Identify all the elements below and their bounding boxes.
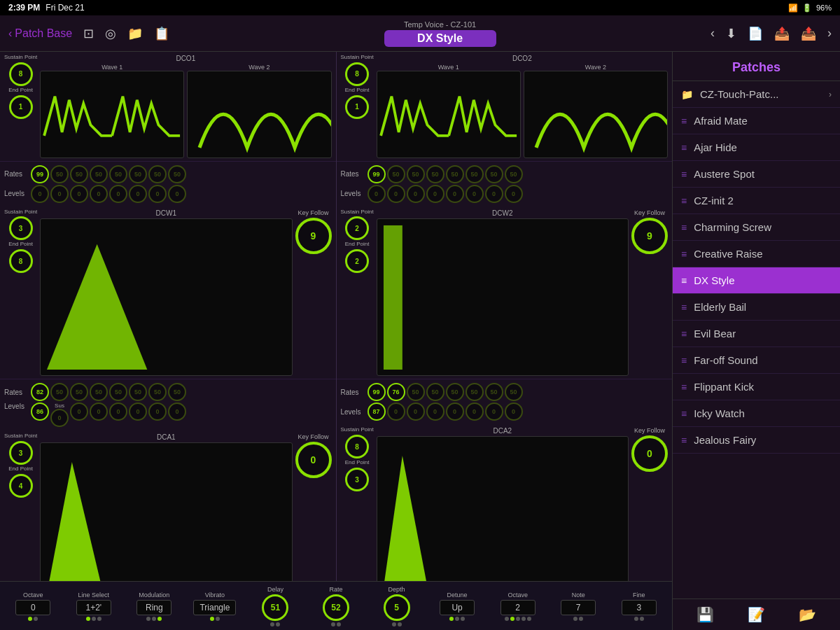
dco1-rate-4[interactable]: 50 xyxy=(109,165,127,183)
nav-download-icon[interactable]: ⬇ xyxy=(726,26,736,41)
dco1-lvl-2[interactable]: 0 xyxy=(70,185,88,203)
dcw1-kf-knob[interactable]: 9 xyxy=(295,218,332,254)
dcw1-rate-1[interactable]: 50 xyxy=(50,383,69,401)
patch-item-icky-watch[interactable]: ≡ Icky Watch xyxy=(673,400,840,427)
save-icon[interactable]: 💾 xyxy=(696,606,714,623)
depth-knob[interactable]: 5 xyxy=(384,594,410,621)
dco1-lvl-3[interactable]: 0 xyxy=(90,185,108,203)
dco2-rate-1[interactable]: 50 xyxy=(387,165,405,183)
dca1-endpoint-knob[interactable]: 4 xyxy=(9,474,33,498)
dco1-lvl-4[interactable]: 0 xyxy=(109,185,127,203)
dco2-rate-3[interactable]: 50 xyxy=(426,165,444,183)
dcw2-rate-1[interactable]: 76 xyxy=(387,383,405,401)
dcw1-rate-2[interactable]: 50 xyxy=(70,383,88,401)
dca1-kf-knob[interactable]: 0 xyxy=(295,442,332,478)
dco2-rate-6[interactable]: 50 xyxy=(485,165,503,183)
dcw1-sustain-knob[interactable]: 3 xyxy=(9,216,33,240)
folder-icon[interactable]: 📁 xyxy=(127,26,143,41)
dcw1-rate-7[interactable]: 50 xyxy=(168,383,186,401)
patches-folder-item[interactable]: 📁 CZ-Touch-Patc... › xyxy=(673,81,840,108)
back-button[interactable]: ‹ Patch Base xyxy=(8,27,72,40)
dca2-kf-knob[interactable]: 0 xyxy=(631,435,668,472)
nav-share2-icon[interactable]: 📤 xyxy=(801,26,816,41)
dco1-lvl-6[interactable]: 0 xyxy=(148,185,167,203)
dcw1-rate-3[interactable]: 50 xyxy=(90,383,108,401)
patch-item-evil-bear[interactable]: ≡ Evil Bear xyxy=(673,321,840,347)
dcw2-lvl-6[interactable]: 0 xyxy=(485,402,503,421)
patch-item-afraid-mate[interactable]: ≡ Afraid Mate xyxy=(673,108,840,134)
dco1-endpoint-knob[interactable]: 1 xyxy=(9,95,33,119)
dcw1-lvl-3[interactable]: 0 xyxy=(90,402,108,421)
dco1-rate-7[interactable]: 50 xyxy=(168,165,186,183)
line-select-value[interactable]: 1+2' xyxy=(76,600,111,615)
patch-item-faroff-sound[interactable]: ≡ Far-off Sound xyxy=(673,347,840,374)
modulation-value[interactable]: Ring xyxy=(136,600,172,615)
dca2-endpoint-knob[interactable]: 3 xyxy=(345,468,369,491)
dco2-lvl-5[interactable]: 0 xyxy=(465,185,484,203)
dco2-lvl-6[interactable]: 0 xyxy=(485,185,503,203)
dco1-lvl-5[interactable]: 0 xyxy=(129,185,147,203)
clock-icon[interactable]: ◎ xyxy=(105,26,116,41)
dco2-rate-5[interactable]: 50 xyxy=(465,165,484,183)
dcw1-lvl-5[interactable]: 0 xyxy=(129,402,147,421)
dcw1-lvl-0[interactable]: 86 xyxy=(31,402,49,421)
dco2-rate-0[interactable]: 99 xyxy=(368,165,386,183)
patch-item-creative-raise[interactable]: ≡ Creative Raise xyxy=(673,241,840,267)
dco1-lvl-1[interactable]: 0 xyxy=(50,185,69,203)
dco2-sustain-knob[interactable]: 8 xyxy=(345,62,369,86)
dco1-rate-0[interactable]: 99 xyxy=(31,165,49,183)
dco2-lvl-0[interactable]: 0 xyxy=(368,185,386,203)
dco2-lvl-4[interactable]: 0 xyxy=(446,185,464,203)
dco1-rate-5[interactable]: 50 xyxy=(129,165,147,183)
dcw1-lvl-6[interactable]: 0 xyxy=(148,402,167,421)
dco2-rate-4[interactable]: 50 xyxy=(446,165,464,183)
dca1-sustain-knob[interactable]: 3 xyxy=(9,441,33,465)
nav-share1-icon[interactable]: 📤 xyxy=(774,26,790,41)
patch-item-jealous-fairy[interactable]: ≡ Jealous Fairy xyxy=(673,427,840,454)
dcw2-lvl-0[interactable]: 87 xyxy=(368,402,386,421)
dcw1-lvl-7[interactable]: 0 xyxy=(168,402,186,421)
patch-item-dx-style[interactable]: ≡ DX Style xyxy=(673,267,840,294)
dco2-lvl-2[interactable]: 0 xyxy=(407,185,425,203)
note-value[interactable]: 7 xyxy=(561,600,596,615)
patch-item-cz-init-2[interactable]: ≡ CZ-init 2 xyxy=(673,188,840,214)
dca2-sustain-knob[interactable]: 8 xyxy=(345,435,369,458)
dcw1-rate-6[interactable]: 50 xyxy=(148,383,167,401)
dcw2-lvl-4[interactable]: 0 xyxy=(446,402,464,421)
dcw2-kf-knob[interactable]: 9 xyxy=(631,218,668,254)
rate-knob[interactable]: 52 xyxy=(323,594,349,621)
dcw2-lvl-7[interactable]: 0 xyxy=(505,402,523,421)
dco1-rate-1[interactable]: 50 xyxy=(50,165,69,183)
octave-value[interactable]: 0 xyxy=(15,600,50,615)
dco2-endpoint-knob[interactable]: 1 xyxy=(345,95,369,119)
nav-arrow-left[interactable]: ‹ xyxy=(710,26,715,41)
dco1-sustain-knob[interactable]: 8 xyxy=(9,62,33,86)
dco1-lvl-0[interactable]: 0 xyxy=(31,185,49,203)
dcw2-rate-0[interactable]: 99 xyxy=(368,383,386,401)
dcw2-rate-5[interactable]: 50 xyxy=(465,383,484,401)
dco1-rate-6[interactable]: 50 xyxy=(148,165,167,183)
patch-item-flippant-kick[interactable]: ≡ Flippant Kick xyxy=(673,374,840,400)
dcw2-lvl-1[interactable]: 0 xyxy=(387,402,405,421)
dcw2-sustain-knob[interactable]: 2 xyxy=(345,216,369,240)
delay-knob[interactable]: 51 xyxy=(262,594,288,621)
dcw1-sus-knob[interactable]: 0 xyxy=(50,409,69,427)
dco1-rate-2[interactable]: 50 xyxy=(70,165,88,183)
dcw1-rate-5[interactable]: 50 xyxy=(129,383,147,401)
dco2-lvl-1[interactable]: 0 xyxy=(387,185,405,203)
dcw1-rate-0[interactable]: 82 xyxy=(31,383,49,401)
folder2-icon[interactable]: 📂 xyxy=(799,606,816,623)
dcw2-rate-4[interactable]: 50 xyxy=(446,383,464,401)
dcw2-rate-3[interactable]: 50 xyxy=(426,383,444,401)
detune-value[interactable]: Up xyxy=(440,600,475,615)
patch-item-charming-screw[interactable]: ≡ Charming Screw xyxy=(673,214,840,241)
dcw2-lvl-2[interactable]: 0 xyxy=(407,402,425,421)
dcw1-lvl-4[interactable]: 0 xyxy=(109,402,127,421)
dco2-rate-2[interactable]: 50 xyxy=(407,165,425,183)
dco2-lvl-3[interactable]: 0 xyxy=(426,185,444,203)
dcw2-lvl-5[interactable]: 0 xyxy=(465,402,484,421)
window-icon[interactable]: ⊡ xyxy=(83,26,94,41)
dco2-lvl-7[interactable]: 0 xyxy=(505,185,523,203)
vibrato-value[interactable]: Triangle xyxy=(193,600,236,615)
dcw2-lvl-3[interactable]: 0 xyxy=(426,402,444,421)
